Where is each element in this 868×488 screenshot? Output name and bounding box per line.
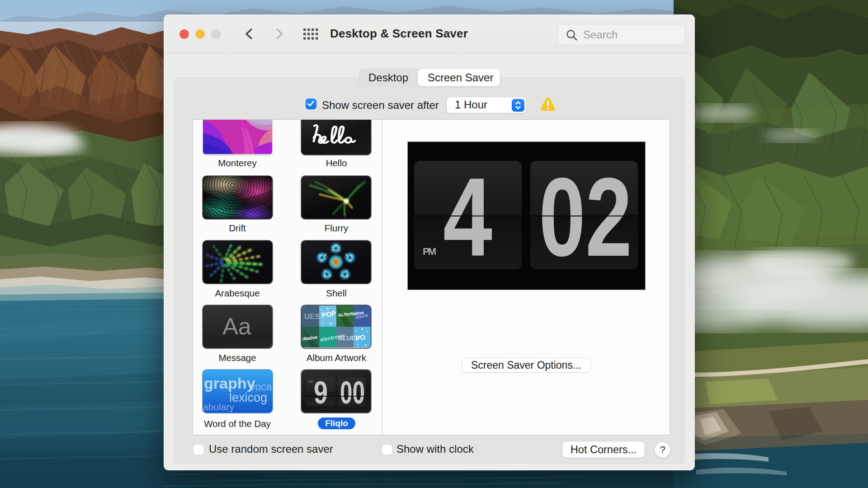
svg-text:00: 00 [340,375,365,410]
svg-text:UES: UES [304,312,320,321]
svg-text:4: 4 [443,155,492,279]
svg-text:PO: PO [355,333,366,342]
svg-text:9: 9 [314,375,328,410]
svg-text:02: 02 [539,155,632,279]
svg-text:PM: PM [423,246,436,257]
svg-text:AM: AM [308,380,313,383]
